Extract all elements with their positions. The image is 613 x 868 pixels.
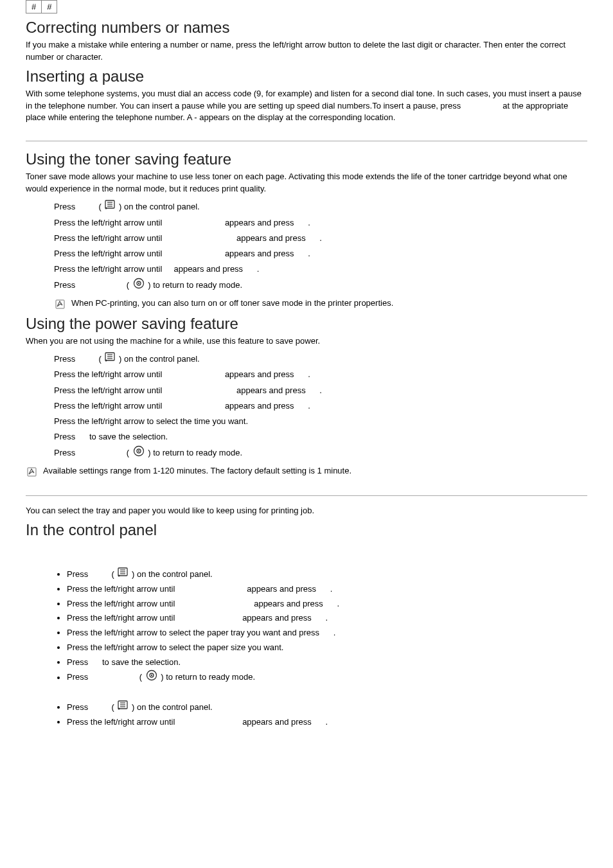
menu-icon [118, 700, 128, 715]
blank [296, 401, 305, 411]
blank [164, 264, 172, 274]
menu-icon [105, 352, 115, 366]
text: Press the left/right arrow to select the… [67, 642, 283, 652]
blank [177, 717, 240, 727]
text: Press [67, 569, 91, 579]
text: . [308, 401, 310, 411]
text: Press the left/right arrow until [67, 717, 177, 727]
text: ) on the control panel. [119, 202, 200, 211]
step: Press the left/right arrow until appears… [54, 398, 587, 414]
blank [91, 657, 100, 667]
text: . [257, 264, 260, 274]
text: Press the left/right arrow until [67, 599, 177, 608]
text: appears and press [225, 401, 296, 411]
blank [78, 202, 96, 211]
note: Available settings range from 1-120 minu… [26, 466, 587, 479]
text: Press the left/right arrow to select the… [54, 416, 248, 426]
text: Press the left/right arrow until [54, 264, 164, 274]
text: appears and press [173, 264, 245, 274]
step: Press the left/right arrow until appears… [67, 611, 587, 626]
blank [314, 717, 323, 727]
text: . [326, 613, 328, 623]
step: Press the left/right arrow to select the… [67, 626, 587, 641]
step: Press the left/right arrow until appears… [54, 215, 587, 231]
step: Press the left/right arrow until appears… [54, 367, 587, 382]
text: appears and press [242, 613, 314, 623]
paragraph: With some telephone systems, you must di… [26, 88, 587, 125]
heading-control-panel: In the control panel [26, 521, 587, 539]
blank [296, 369, 305, 379]
blank [164, 385, 234, 395]
heading-inserting-pause: Inserting a pause [26, 67, 587, 85]
blank [78, 432, 87, 441]
text: ( [127, 448, 129, 457]
paragraph: If you make a mistake while entering a n… [26, 39, 587, 64]
blank [319, 584, 328, 594]
blank [177, 599, 252, 608]
text: ) to return to ready mode. [161, 673, 255, 682]
step: Press ( ) to return to ready mode. [54, 445, 587, 462]
text: ( [111, 569, 114, 579]
text: . [308, 218, 310, 227]
blank [164, 218, 222, 227]
blank [91, 702, 109, 712]
blank [164, 249, 222, 258]
note-text: When PC-printing, you can also turn on o… [71, 298, 393, 308]
cell: # [26, 1, 42, 13]
blank [164, 369, 222, 379]
text: Press the left/right arrow until [54, 401, 164, 411]
menu-icon [118, 567, 128, 582]
blank [78, 448, 124, 457]
step: Press ( ) on the control panel. [54, 351, 587, 368]
text: Press [54, 354, 78, 364]
steps-list: Press ( ) on the control panel. Press th… [54, 351, 587, 462]
blank [296, 218, 305, 227]
text: . [308, 369, 310, 379]
text: Press [54, 448, 78, 457]
text: appears and press [225, 249, 296, 258]
heading-correcting: Correcting numbers or names [26, 19, 587, 37]
blank [164, 401, 222, 411]
steps-list: Press ( ) on the control panel. Press th… [54, 199, 587, 294]
blank [322, 628, 331, 637]
text: Press the left/right arrow until [67, 613, 177, 623]
note: When PC-printing, you can also turn on o… [54, 298, 587, 311]
steps-list: Press ( ) on the control panel. Press th… [67, 700, 587, 730]
text: appears and press [225, 369, 296, 379]
blank [164, 233, 234, 243]
text: Press the left/right arrow until [67, 584, 177, 594]
text: Press the left/right arrow until [54, 218, 164, 227]
text: ) on the control panel. [132, 702, 213, 712]
text: . [319, 385, 322, 395]
step: Press to save the selection. [54, 429, 587, 445]
text: ) on the control panel. [119, 354, 200, 364]
text: appears and press [236, 233, 308, 243]
blank [245, 264, 254, 274]
text: . [319, 233, 322, 243]
note-icon [27, 467, 37, 479]
step: Press the left/right arrow until appears… [54, 383, 587, 398]
text: Press the left/right arrow until [54, 249, 164, 258]
blank [78, 354, 96, 364]
blank [296, 249, 305, 258]
text: ( [98, 202, 101, 211]
text: Press the left/right arrow until [54, 385, 164, 395]
text: . [330, 584, 333, 594]
text: appears and press [225, 218, 296, 227]
blank [91, 673, 137, 682]
step: Press the left/right arrow until appears… [54, 261, 587, 277]
text: . [326, 717, 328, 727]
text: appears and press [242, 717, 314, 727]
step: Press the left/right arrow until appears… [67, 597, 587, 612]
step: Press ( ) on the control panel. [67, 567, 587, 582]
step: Press the left/right arrow to select the… [67, 641, 587, 655]
text: . [308, 249, 310, 258]
text: to save the selection. [102, 657, 181, 667]
heading-toner-saving: Using the toner saving feature [26, 150, 587, 168]
text: Press [54, 202, 78, 211]
blank [177, 584, 245, 594]
section-divider [26, 495, 587, 496]
text: Press the left/right arrow until [54, 233, 164, 243]
symbol-table: # # [26, 0, 57, 13]
blank [308, 233, 317, 243]
